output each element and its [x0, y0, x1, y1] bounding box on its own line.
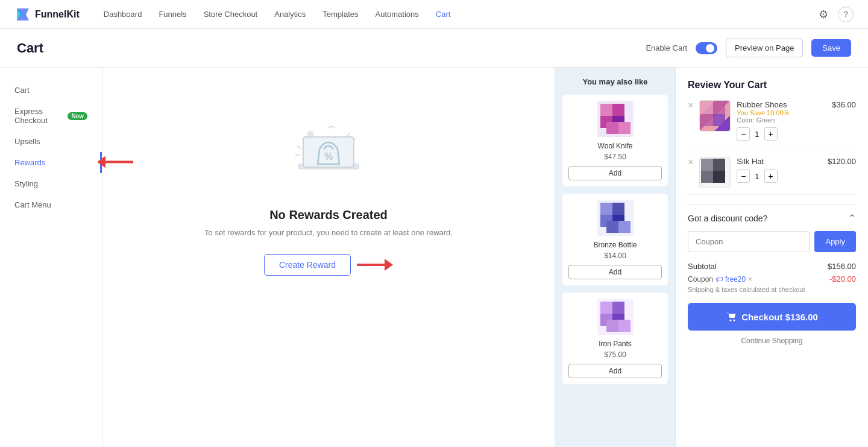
cart-item-2-info: Silk Hat $120.00 − 1 +: [737, 157, 856, 183]
product-1-name: Wool Knife: [568, 142, 662, 150]
cart-item-2-image: [699, 157, 731, 188]
enable-cart-toggle[interactable]: [696, 42, 717, 54]
svg-rect-19: [600, 302, 612, 314]
apply-coupon-button[interactable]: Apply: [814, 231, 856, 252]
product-2-price: $14.00: [568, 252, 662, 260]
svg-rect-29: [701, 159, 713, 171]
funnelkit-logo-icon: [14, 6, 31, 23]
preview-panel: You may also like Wool Knife $47.50 Add: [555, 68, 675, 447]
sidebar-item-cart-menu[interactable]: Cart Menu: [0, 194, 102, 215]
product-3-add-button[interactable]: Add: [568, 364, 662, 378]
preview-panel-title: You may also like: [562, 77, 668, 86]
discount-header[interactable]: Got a discount code? ⌃: [688, 204, 856, 231]
svg-rect-24: [606, 320, 618, 332]
save-button[interactable]: Save: [811, 39, 851, 57]
sidebar-item-styling[interactable]: Styling: [0, 173, 102, 194]
create-arrow-indicator: [357, 258, 393, 272]
coupon-discount-value: -$20.00: [829, 274, 856, 284]
nav-dashboard[interactable]: Dashboard: [104, 10, 142, 19]
page-title: Cart: [17, 40, 43, 56]
coupon-input-row: Apply: [688, 231, 856, 252]
coupon-input[interactable]: [688, 231, 810, 252]
cart-item-1-image: [699, 100, 731, 132]
product-2-image: [597, 200, 634, 236]
cart-item-1-price: $36.00: [832, 100, 856, 109]
topnav-right: ⚙ ?: [819, 7, 854, 22]
cart-item-1-info: Rubber Shoes $36.00 You Save 10.00% Colo…: [737, 100, 856, 141]
create-reward-wrapper: Create Reward: [264, 254, 393, 276]
cart-item-1-name: Rubber Shoes: [737, 100, 787, 109]
svg-rect-28: [713, 114, 725, 126]
product-2-add-button[interactable]: Add: [568, 265, 662, 279]
nav-store-checkout[interactable]: Store Checkout: [204, 10, 258, 19]
nav-cart[interactable]: Cart: [436, 10, 451, 19]
preview-button[interactable]: Preview on Page: [726, 39, 803, 57]
sidebar-item-express-checkout[interactable]: Express Checkout New: [0, 101, 102, 131]
product-1-image: [597, 101, 634, 137]
product-3-name: Iron Pants: [568, 340, 662, 348]
empty-state-icon: %: [280, 116, 377, 196]
content-area: Cart Express Checkout New Upsells Reward…: [0, 68, 868, 447]
cart-item-2-qty-value: 1: [755, 172, 759, 181]
create-right-arrow-icon: [357, 258, 393, 272]
create-reward-button[interactable]: Create Reward: [264, 254, 351, 276]
cart-item-1-qty: − 1 +: [737, 127, 856, 141]
svg-point-0: [307, 131, 313, 137]
svg-point-33: [730, 320, 732, 322]
cart-item-2-svg: [700, 157, 730, 188]
svg-rect-32: [713, 171, 725, 183]
product-3-image: [597, 299, 634, 335]
svg-rect-9: [618, 122, 631, 134]
preview-product-2: Bronze Bottle $14.00 Add: [562, 194, 668, 285]
svg-rect-12: [600, 203, 612, 215]
cart-item-1-svg: [700, 101, 730, 131]
coupon-code: free20: [725, 275, 746, 284]
cart-checkout-icon: [726, 311, 737, 322]
nav-funnels[interactable]: Funnels: [159, 10, 186, 19]
continue-shopping-link[interactable]: Continue Shopping: [688, 337, 856, 345]
sidebar-styling-label: Styling: [14, 179, 38, 188]
cart-item-1-remove[interactable]: ×: [688, 100, 693, 111]
cart-item-1-qty-increase[interactable]: +: [764, 127, 778, 141]
cart-item-1-qty-decrease[interactable]: −: [737, 127, 750, 141]
checkout-button[interactable]: Checkout $136.00: [688, 303, 856, 331]
svg-rect-13: [612, 203, 624, 215]
sidebar: Cart Express Checkout New Upsells Reward…: [0, 68, 102, 447]
cart-item-2-remove[interactable]: ×: [688, 157, 693, 168]
svg-rect-25: [701, 102, 713, 114]
cart-item-1-name-row: Rubber Shoes $36.00: [737, 100, 856, 109]
sidebar-upsells-label: Upsells: [14, 137, 40, 146]
cart-item-1-qty-value: 1: [755, 130, 759, 139]
svg-rect-31: [701, 171, 713, 183]
nav-templates[interactable]: Templates: [322, 10, 358, 19]
chevron-up-icon: ⌃: [848, 212, 856, 224]
sidebar-item-cart[interactable]: Cart: [0, 80, 102, 101]
svg-rect-6: [612, 104, 624, 116]
help-button[interactable]: ?: [838, 7, 854, 22]
cart-item-1-variant: Color: Green: [737, 116, 856, 124]
discount-title: Got a discount code?: [688, 214, 767, 223]
coupon-remove-icon[interactable]: ×: [748, 275, 752, 284]
nav-automations[interactable]: Automations: [376, 10, 419, 19]
coupon-tag-icon: 🏷: [715, 275, 723, 284]
shopping-bag-icon: %: [280, 116, 377, 194]
product-1-price: $47.50: [568, 153, 662, 161]
settings-button[interactable]: ⚙: [819, 8, 828, 21]
subtotal-label: Subtotal: [688, 262, 717, 271]
svg-point-34: [734, 320, 735, 322]
sidebar-item-rewards[interactable]: Rewards: [0, 152, 102, 173]
empty-state-description: To set rewards for your product, you nee…: [204, 228, 453, 237]
sidebar-item-upsells[interactable]: Upsells: [0, 131, 102, 152]
product-1-add-button[interactable]: Add: [568, 166, 662, 180]
svg-rect-5: [600, 104, 612, 116]
enable-cart-label: Enable Cart: [646, 43, 687, 52]
cart-item-2-name-row: Silk Hat $120.00: [737, 157, 856, 166]
coupon-tag: Coupon 🏷 free20 ×: [688, 275, 752, 284]
shipping-note: Shipping & taxes calculated at checkout: [688, 286, 856, 293]
cart-item-2-qty-increase[interactable]: +: [764, 170, 778, 183]
product-2-name: Bronze Bottle: [568, 241, 662, 249]
nav-analytics[interactable]: Analytics: [274, 10, 306, 19]
cart-item-2-qty-decrease[interactable]: −: [737, 170, 750, 183]
svg-text:%: %: [324, 151, 333, 162]
sidebar-cart-menu-label: Cart Menu: [14, 200, 51, 209]
